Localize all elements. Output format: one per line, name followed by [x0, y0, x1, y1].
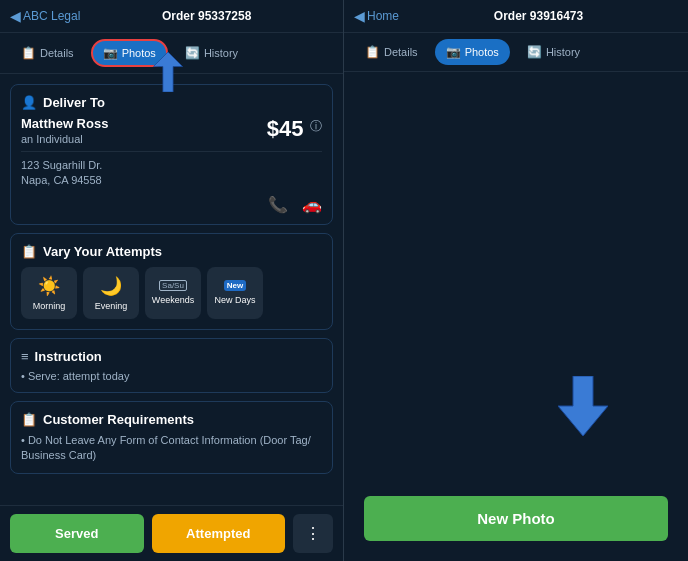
photos-icon-left: 📷 — [103, 46, 118, 60]
tab-details-label-right: Details — [384, 46, 418, 58]
right-content-area — [344, 72, 688, 496]
vary-icon: 📋 — [21, 244, 37, 259]
bottom-bar-left: Served Attempted ⋮ — [0, 505, 343, 561]
arrow-annotation-right — [558, 376, 608, 436]
customer-req-header: 📋 Customer Requirements — [21, 412, 322, 427]
back-button-left[interactable]: ◀ ABC Legal — [10, 8, 80, 24]
history-icon-left: 🔄 — [185, 46, 200, 60]
car-icon[interactable]: 🚗 — [302, 195, 322, 214]
sa-su-label: Sa/Su — [159, 280, 187, 291]
tab-history-right[interactable]: 🔄 History — [516, 39, 591, 65]
photos-icon-right: 📷 — [446, 45, 461, 59]
order-number-right: Order 93916473 — [399, 9, 678, 23]
attempt-card-new-days[interactable]: New New Days — [207, 267, 263, 319]
tab-photos-left[interactable]: 📷 Photos — [91, 39, 168, 67]
screens-container: ◀ ABC Legal Order 95337258 📋 Details 📷 P… — [0, 0, 688, 561]
vary-attempts-header: 📋 Vary Your Attempts — [21, 244, 322, 259]
evening-icon: 🌙 — [100, 275, 122, 297]
recipient-name: Matthew Ross — [21, 116, 108, 133]
attempted-button[interactable]: Attempted — [152, 514, 286, 553]
recipient-info: Matthew Ross an Individual — [21, 116, 108, 145]
instruction-header: ≡ Instruction — [21, 349, 322, 364]
deliver-to-header: 👤 Deliver To — [21, 95, 322, 110]
left-header: ◀ ABC Legal Order 95337258 — [0, 0, 343, 33]
back-arrow-left: ◀ — [10, 8, 21, 24]
evening-label: Evening — [95, 301, 128, 311]
tab-history-left[interactable]: 🔄 History — [174, 39, 249, 67]
customer-req-title: Customer Requirements — [43, 412, 194, 427]
customer-req-text: • Do Not Leave Any Form of Contact Infor… — [21, 433, 322, 464]
details-icon-right: 📋 — [365, 45, 380, 59]
tab-details-right[interactable]: 📋 Details — [354, 39, 429, 65]
morning-icon: ☀️ — [38, 275, 60, 297]
customer-req-icon: 📋 — [21, 412, 37, 427]
action-icons: 📞 🚗 — [21, 195, 322, 214]
left-content-area: 👤 Deliver To Matthew Ross an Individual … — [0, 74, 343, 505]
instruction-text: • Serve: attempt today — [21, 370, 322, 382]
price-value: $45 — [267, 116, 304, 141]
history-icon-right: 🔄 — [527, 45, 542, 59]
attempt-card-evening[interactable]: 🌙 Evening — [83, 267, 139, 319]
back-button-right[interactable]: ◀ Home — [354, 8, 399, 24]
new-days-label: New Days — [214, 295, 255, 305]
tab-history-label-right: History — [546, 46, 580, 58]
tabs-right: 📋 Details 📷 Photos 🔄 History — [344, 33, 688, 72]
svg-marker-1 — [558, 376, 608, 436]
address-line1: 123 Sugarhill Dr. — [21, 159, 102, 171]
right-header: ◀ Home Order 93916473 — [344, 0, 688, 33]
info-icon[interactable]: ⓘ — [310, 119, 322, 133]
tab-photos-right[interactable]: 📷 Photos — [435, 39, 510, 65]
back-arrow-right: ◀ — [354, 8, 365, 24]
address: 123 Sugarhill Dr. Napa, CA 94558 — [21, 158, 322, 189]
new-photo-button[interactable]: New Photo — [364, 496, 668, 541]
morning-label: Morning — [33, 301, 66, 311]
attempt-card-weekends[interactable]: Sa/Su Weekends — [145, 267, 201, 319]
weekends-label: Weekends — [152, 295, 194, 305]
instruction-icon: ≡ — [21, 349, 29, 364]
address-line2: Napa, CA 94558 — [21, 174, 102, 186]
deliver-to-section: 👤 Deliver To Matthew Ross an Individual … — [10, 84, 333, 225]
instruction-title: Instruction — [35, 349, 102, 364]
attempt-card-morning[interactable]: ☀️ Morning — [21, 267, 77, 319]
served-button[interactable]: Served — [10, 514, 144, 553]
recipient-type: an Individual — [21, 133, 108, 145]
weekends-badge: Sa/Su — [159, 280, 187, 291]
screen-left: ◀ ABC Legal Order 95337258 📋 Details 📷 P… — [0, 0, 344, 561]
new-photo-container: New Photo — [344, 496, 688, 561]
details-icon-left: 📋 — [21, 46, 36, 60]
order-number-left: Order 95337258 — [80, 9, 333, 23]
back-label-right: Home — [367, 9, 399, 23]
deliver-icon: 👤 — [21, 95, 37, 110]
price-row: Matthew Ross an Individual $45 ⓘ — [21, 116, 322, 145]
vary-attempts-section: 📋 Vary Your Attempts ☀️ Morning 🌙 Evenin… — [10, 233, 333, 330]
deliver-to-title: Deliver To — [43, 95, 105, 110]
screen-right: ◀ Home Order 93916473 📋 Details 📷 Photos… — [344, 0, 688, 561]
tab-details-label-left: Details — [40, 47, 74, 59]
tabs-left: 📋 Details 📷 Photos 🔄 History — [0, 33, 343, 74]
phone-icon[interactable]: 📞 — [268, 195, 288, 214]
divider — [21, 151, 322, 152]
attempt-cards: ☀️ Morning 🌙 Evening Sa/Su Weekends — [21, 267, 322, 319]
back-label-left: ABC Legal — [23, 9, 80, 23]
instruction-section: ≡ Instruction • Serve: attempt today — [10, 338, 333, 393]
more-button[interactable]: ⋮ — [293, 514, 333, 553]
tab-photos-label-right: Photos — [465, 46, 499, 58]
customer-req-section: 📋 Customer Requirements • Do Not Leave A… — [10, 401, 333, 475]
tab-details-left[interactable]: 📋 Details — [10, 39, 85, 67]
price-container: $45 ⓘ — [267, 116, 322, 142]
new-badge: New — [224, 280, 246, 291]
tab-history-label-left: History — [204, 47, 238, 59]
tab-photos-label-left: Photos — [122, 47, 156, 59]
vary-attempts-title: Vary Your Attempts — [43, 244, 162, 259]
